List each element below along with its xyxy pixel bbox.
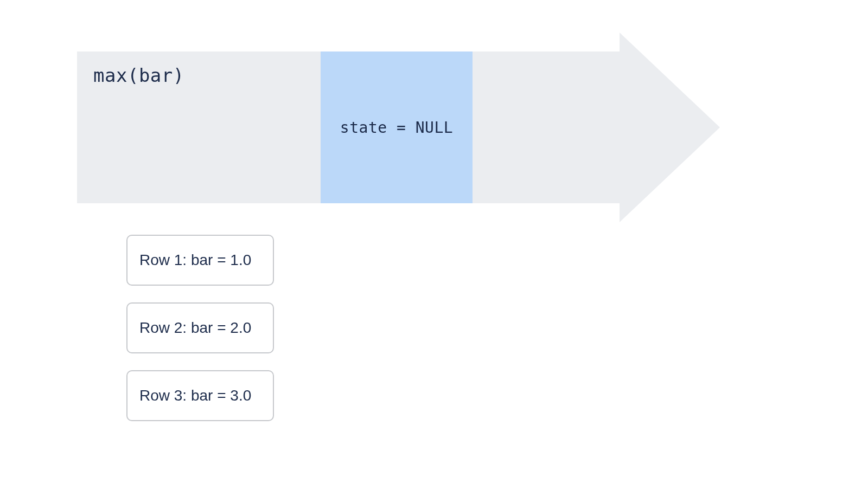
state-box: state = NULL — [321, 51, 473, 203]
row-label: Row 3: bar = 3.0 — [139, 387, 251, 404]
flow-arrow: max(bar) state = NULL — [77, 51, 799, 220]
input-rows-container: Row 1: bar = 1.0 Row 2: bar = 2.0 Row 3:… — [126, 235, 274, 421]
state-label: state = NULL — [340, 119, 453, 137]
input-row: Row 3: bar = 3.0 — [126, 370, 274, 421]
input-row: Row 1: bar = 1.0 — [126, 235, 274, 286]
arrow-head-icon — [620, 33, 720, 222]
row-label: Row 1: bar = 1.0 — [139, 252, 251, 269]
row-label: Row 2: bar = 2.0 — [139, 319, 251, 337]
arrow-body: max(bar) state = NULL — [77, 51, 620, 203]
input-row: Row 2: bar = 2.0 — [126, 302, 274, 353]
function-label: max(bar) — [93, 65, 184, 86]
